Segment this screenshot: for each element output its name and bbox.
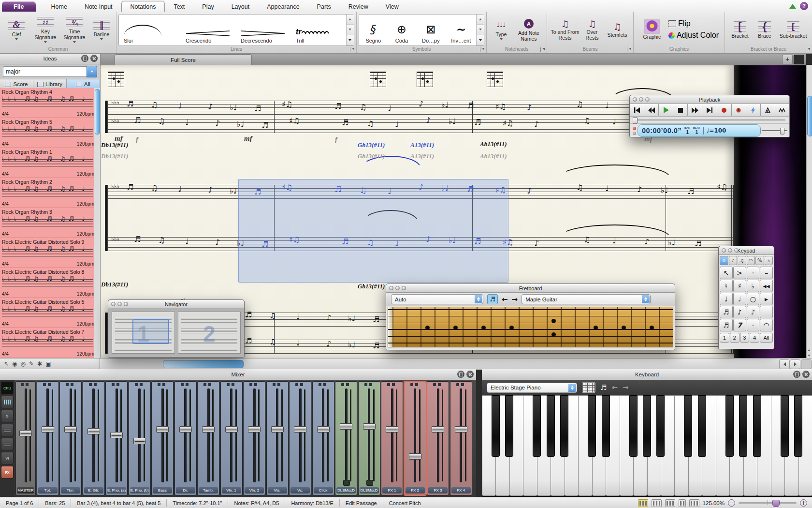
voice-button[interactable]: 4: [750, 333, 759, 343]
ideas-search-dropdown-button[interactable]: [87, 66, 97, 77]
lines-dialog-launcher[interactable]: [350, 47, 355, 52]
mixer-channel[interactable]: Tpt.: [37, 381, 59, 495]
mixer-channel[interactable]: Dr.: [174, 381, 197, 495]
view-horizontal-icon[interactable]: [665, 499, 675, 507]
minimize-icon[interactable]: [117, 302, 122, 306]
view-vertical-icon[interactable]: [679, 499, 686, 507]
brace-button[interactable]: { Brace: [754, 19, 775, 40]
fader-knob[interactable]: [179, 426, 192, 433]
passage-selection[interactable]: [238, 179, 508, 283]
navigator-page-2[interactable]: 2: [178, 312, 241, 354]
keypad-tab-beams[interactable]: ♫: [738, 256, 746, 265]
accent[interactable]: >: [733, 267, 746, 279]
fretboard-instrument-select[interactable]: Maple Guitar: [522, 294, 651, 304]
natural[interactable]: ♮: [720, 280, 733, 292]
ideas-tab[interactable]: Library: [33, 79, 67, 89]
meter-view-button[interactable]: [1, 396, 14, 408]
idea-settings-button[interactable]: ✱: [37, 361, 42, 367]
rest[interactable]: 7: [733, 319, 746, 331]
scroll-down-button[interactable]: [808, 355, 811, 357]
ribbon-tab[interactable]: Play: [193, 1, 222, 12]
mixer-channel[interactable]: Tamb.: [197, 381, 219, 495]
mixer-detach-button[interactable]: [457, 371, 464, 378]
new-tab-button[interactable]: +: [782, 55, 793, 64]
close-icon[interactable]: [111, 302, 116, 306]
zoom-icon[interactable]: [402, 286, 406, 290]
mixer-channel[interactable]: FX 1: [381, 381, 403, 495]
keypad-tab-accidentals[interactable]: ♭: [765, 256, 773, 265]
dont-copy-button[interactable]: ⊠ Do…py: [416, 15, 446, 45]
navigator-view-rect[interactable]: [132, 319, 169, 344]
minimize-icon[interactable]: [728, 248, 732, 253]
fader-knob[interactable]: [19, 430, 32, 436]
keypad-tab-common[interactable]: o: [720, 256, 728, 265]
help-button[interactable]: ?: [800, 2, 808, 10]
idea-item[interactable]: Rock Electric Guitar Distorted Solo 9 ♭♭…: [0, 238, 100, 268]
piano-black-key[interactable]: [629, 395, 638, 457]
staccato[interactable]: ·: [747, 267, 760, 279]
sharp[interactable]: ♯: [733, 280, 746, 292]
close-icon[interactable]: [633, 97, 637, 102]
channel-buttons[interactable]: [341, 383, 351, 386]
channel-buttons[interactable]: [295, 383, 305, 386]
note-input-button[interactable]: ♬: [600, 383, 607, 392]
mixer-channel[interactable]: DLSMscD: [358, 381, 380, 495]
channel-buttons[interactable]: [66, 383, 75, 386]
performance-button[interactable]: [775, 104, 789, 116]
slur-button[interactable]: Slur: [119, 15, 181, 45]
piano-black-key[interactable]: [739, 395, 747, 457]
piano-black-key[interactable]: [794, 395, 802, 457]
navigator-body[interactable]: 1 2: [108, 308, 244, 357]
stop-button[interactable]: [673, 104, 688, 116]
play-button[interactable]: [659, 104, 673, 116]
beams-to-from-rests-button[interactable]: ♫ To and From Rests: [550, 17, 580, 42]
pointer[interactable]: ↖: [720, 267, 733, 279]
ribbon-tab[interactable]: Text: [165, 1, 193, 12]
status-item[interactable]: Concert Pitch: [383, 499, 427, 507]
voice-button[interactable]: 3: [740, 333, 750, 343]
keyboard-instrument-select[interactable]: Electric Stage Piano: [487, 383, 577, 393]
ideas-scrollbar[interactable]: [94, 88, 100, 358]
crescendo-button[interactable]: Crescendo: [181, 15, 236, 45]
mixer-close-button[interactable]: [466, 371, 474, 378]
eighth-note[interactable]: ♪: [733, 306, 746, 318]
playback-position-thumb[interactable]: [633, 117, 638, 124]
ribbon-tab[interactable]: View: [377, 1, 407, 12]
mixer-channel[interactable]: Bass: [151, 381, 174, 495]
mixer-channel[interactable]: Vla.: [266, 381, 289, 495]
fast-forward-button[interactable]: [688, 104, 702, 116]
ribbon-tab[interactable]: Appearance: [258, 1, 308, 12]
vertical-scroll-thumb[interactable]: [807, 96, 812, 136]
tie[interactable]: ◠: [760, 319, 773, 331]
sub-bracket-button[interactable]: [ Sub-bracket: [776, 19, 810, 40]
channel-buttons[interactable]: [249, 383, 259, 386]
piano-black-key[interactable]: [505, 395, 513, 457]
live-tempo-button[interactable]: [761, 104, 775, 116]
fader-knob[interactable]: [248, 426, 261, 433]
piano-black-key[interactable]: [643, 395, 651, 457]
ribbon-tab[interactable]: Note Input: [76, 1, 121, 12]
piano-black-key[interactable]: [725, 395, 734, 457]
view-panorama-icon[interactable]: [689, 499, 699, 507]
inverted-mordent-button[interactable]: ∼ Inv…ent: [446, 15, 476, 45]
idea-item[interactable]: Rock Organ Rhythm 1 ♭♭♭ ♬♫ ♬ ♫♬ ♩ ♬♫ 4/4…: [0, 148, 100, 178]
mixer-channel[interactable]: Tbn.: [59, 381, 82, 495]
piano-black-key[interactable]: [533, 395, 541, 457]
idea-item[interactable]: Rock Organ Rhythm 5 ♭♭♭ ♬♫ ♬ ♫♬ ♩ ♬♫ 4/4…: [0, 118, 100, 148]
channel-buttons[interactable]: [43, 383, 53, 386]
eighth-note-beamed[interactable]: ♪: [747, 306, 760, 318]
coda-button[interactable]: ⊕ Coda: [388, 15, 416, 45]
status-item[interactable]: Edit Passage: [340, 499, 383, 507]
fader-knob[interactable]: [409, 453, 421, 460]
ideas-tab[interactable]: Score: [0, 79, 33, 89]
time-signature-button[interactable]: ¾ Time Signature: [60, 15, 88, 44]
sixteenth-note[interactable]: ♬: [720, 306, 733, 318]
scroll-up-button[interactable]: [808, 349, 811, 351]
ideas-search-input[interactable]: major: [3, 66, 87, 77]
zoom-in-button[interactable]: [800, 499, 807, 507]
bracket-dialog-launcher[interactable]: [806, 47, 811, 52]
piano-black-key[interactable]: [492, 395, 500, 457]
navigator-page-1[interactable]: 1: [112, 312, 175, 354]
piano-black-key[interactable]: [560, 395, 568, 457]
piano-black-key[interactable]: [698, 395, 706, 457]
